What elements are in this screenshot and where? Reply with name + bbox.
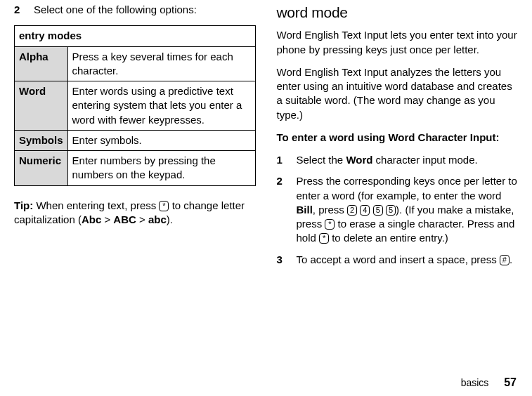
text: character input mode. [372,154,477,166]
star-key-icon: * [319,233,329,244]
step-text: Press the corresponding keys once per le… [297,174,519,245]
key-4-icon: 4 [360,205,370,216]
step-text: Select one of the following options: [34,3,256,17]
right-column: word mode Word English Text Input lets y… [277,3,519,274]
text: , press [313,204,347,216]
star-key-icon: * [159,201,169,211]
step-number: 2 [277,174,297,245]
step-text: Select the Word character input mode. [297,153,519,167]
mode-desc: Press a key several times for each chara… [67,46,255,81]
instruction-heading: To enter a word using Word Character Inp… [277,131,519,145]
key-5-icon: 5 [373,205,383,216]
step-3: 3 To accept a word and insert a space, p… [277,253,519,267]
mode-name: Word [15,81,68,131]
mode-desc: Enter symbols. [67,130,255,150]
star-key-icon: * [325,219,335,230]
table-row: Symbols Enter symbols. [15,130,256,150]
mode-desc: Enter numbers by pressing the numbers on… [67,151,255,186]
paragraph-1: Word English Text Input lets you enter t… [277,28,519,57]
step-number: 2 [14,3,34,17]
tip-end: ). [167,213,173,225]
step-2: 2 Press the corresponding keys once per … [277,174,519,245]
table-row: Alpha Press a key several times for each… [15,46,256,81]
section-heading: word mode [277,3,519,22]
sep: > [136,213,148,225]
table-header: entry modes [15,26,256,46]
left-column: 2 Select one of the following options: e… [14,3,256,274]
text: Press the corresponding keys once per le… [297,175,517,201]
mode-name: Numeric [15,151,68,186]
hash-key-icon: # [500,255,510,265]
step-text: To accept a word and insert a space, pre… [297,253,519,267]
tip-paragraph: Tip: When entering text, press * to chan… [14,199,256,227]
tip-text-before: When entering text, press [33,199,159,211]
text: To accept a word and insert a space, pre… [297,253,500,265]
page-number: 57 [504,376,517,388]
step-number: 3 [277,253,297,267]
page-footer: basics 57 [461,375,517,390]
text: Select the [297,154,346,166]
mode-name: Symbols [15,130,68,150]
example-word: Bill [297,204,313,216]
key-5-icon: 5 [386,205,396,216]
cap-mode-lower: abc [148,213,167,225]
cap-mode-abc: Abc [82,213,101,225]
table-row: Numeric Enter numbers by pressing the nu… [15,151,256,186]
footer-section: basics [461,377,489,388]
text: . [510,253,512,265]
mode-desc: Enter words using a predictive text ente… [67,81,255,131]
key-2-icon: 2 [347,205,357,216]
step-number: 1 [277,153,297,167]
sep: > [101,213,113,225]
table-row: Word Enter words using a predictive text… [15,81,256,131]
word-mode-label: Word [346,154,372,166]
tip-label: Tip: [14,199,33,211]
cap-mode-ABC: ABC [113,213,136,225]
table-header-row: entry modes [15,26,256,46]
page-content: 2 Select one of the following options: e… [0,0,532,302]
entry-modes-table: entry modes Alpha Press a key several ti… [14,25,256,185]
mode-name: Alpha [15,46,68,81]
step-1: 1 Select the Word character input mode. [277,153,519,167]
text: to delete an entire entry.) [329,232,448,244]
paragraph-2: Word English Text Input analyzes the let… [277,65,519,122]
step-2: 2 Select one of the following options: [14,3,256,17]
